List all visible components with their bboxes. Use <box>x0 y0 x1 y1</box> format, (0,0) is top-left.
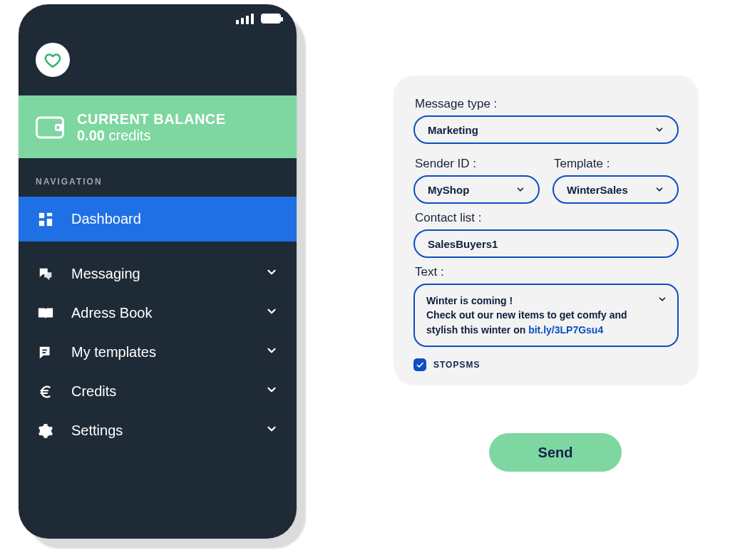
nav-item-label: Messaging <box>71 266 140 282</box>
battery-icon <box>261 14 281 24</box>
balance-unit: credits <box>109 128 151 143</box>
balance-card: CURRENT BALANCE 0.00 credits <box>19 95 297 158</box>
message-text-area[interactable]: Winter is coming ! Check out our new ite… <box>413 284 679 347</box>
svg-rect-4 <box>47 212 52 216</box>
signal-icon <box>236 14 254 24</box>
nav-item-messaging[interactable]: Messaging <box>19 254 297 294</box>
template-select[interactable]: WinterSales <box>552 175 679 204</box>
chevron-down-icon <box>265 344 278 361</box>
svg-rect-6 <box>39 220 44 225</box>
sender-id-select[interactable]: MyShop <box>413 175 540 204</box>
app-logo <box>36 43 70 77</box>
nav-item-label: Adress Book <box>71 305 152 321</box>
message-text-link[interactable]: bit.ly/3LP7Gsu4 <box>528 324 603 336</box>
messaging-icon <box>36 266 56 282</box>
book-icon <box>36 306 56 321</box>
chevron-down-icon <box>265 266 278 282</box>
phone-frame: CURRENT BALANCE 0.00 credits NAVIGATION … <box>19 4 297 539</box>
svg-rect-5 <box>47 219 52 226</box>
template-value: WinterSales <box>567 184 628 196</box>
chevron-down-icon <box>515 185 525 195</box>
balance-value: 0.00 credits <box>77 128 226 144</box>
svg-rect-7 <box>42 349 46 351</box>
send-button-label: Send <box>538 445 573 461</box>
chevron-down-icon <box>654 125 664 135</box>
status-bar <box>19 4 297 33</box>
nav-item-label: My templates <box>71 344 156 361</box>
chevron-down-icon <box>654 185 664 195</box>
chevron-down-icon <box>657 294 667 308</box>
message-type-label: Message type : <box>415 97 679 111</box>
stopsms-checkbox[interactable] <box>413 358 426 371</box>
nav-item-settings[interactable]: Settings <box>19 411 297 450</box>
dashboard-icon <box>36 212 56 227</box>
check-icon <box>416 361 424 369</box>
gear-icon <box>36 423 56 439</box>
nav-item-credits[interactable]: Credits <box>19 372 297 411</box>
stopsms-label: STOPSMS <box>433 360 480 370</box>
template-label: Template : <box>554 157 679 171</box>
contact-list-label: Contact list : <box>415 211 679 225</box>
sender-id-label: Sender ID : <box>415 157 540 171</box>
nav-item-address-book[interactable]: Adress Book <box>19 294 297 333</box>
svg-point-2 <box>56 126 59 129</box>
stopsms-option[interactable]: STOPSMS <box>413 358 679 371</box>
chevron-down-icon <box>265 305 278 321</box>
wallet-icon <box>36 115 64 140</box>
logo-icon <box>43 51 62 69</box>
svg-rect-8 <box>42 352 46 353</box>
nav-item-label: Dashboard <box>71 211 141 227</box>
compose-form-panel: Message type : Marketing Sender ID : MyS… <box>394 76 699 385</box>
nav-item-templates[interactable]: My templates <box>19 333 297 372</box>
chevron-down-icon <box>265 383 278 400</box>
templates-icon <box>36 345 56 361</box>
message-type-value: Marketing <box>428 124 478 136</box>
nav-item-label: Credits <box>71 383 116 400</box>
balance-amount: 0.00 <box>77 128 105 143</box>
sender-id-value: MyShop <box>428 184 469 196</box>
contact-list-input[interactable]: SalesBuyers1 <box>413 229 679 258</box>
balance-title: CURRENT BALANCE <box>77 111 226 128</box>
nav-item-label: Settings <box>71 422 123 439</box>
message-type-select[interactable]: Marketing <box>413 115 679 144</box>
euro-icon <box>36 384 56 400</box>
text-label: Text : <box>415 265 679 279</box>
send-button[interactable]: Send <box>489 433 622 472</box>
contact-list-value: SalesBuyers1 <box>428 238 498 250</box>
nav-item-dashboard[interactable]: Dashboard <box>19 197 297 242</box>
message-text-line1: Winter is coming ! <box>426 295 513 306</box>
svg-rect-3 <box>39 212 44 217</box>
chevron-down-icon <box>265 422 278 439</box>
nav-section-header: NAVIGATION <box>19 158 297 197</box>
